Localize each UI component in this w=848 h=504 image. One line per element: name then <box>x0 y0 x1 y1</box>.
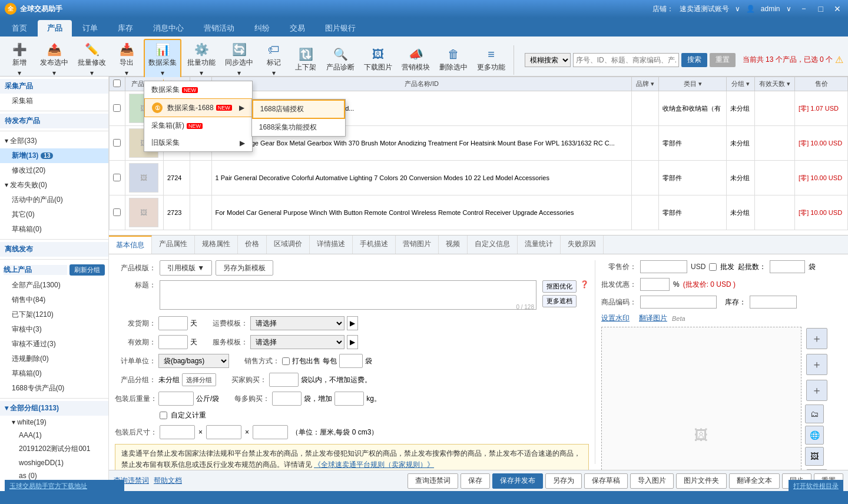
sidebar-others[interactable]: 其它(0) <box>0 207 108 222</box>
watermark-link[interactable]: 设置水印 <box>601 313 630 323</box>
sidebar-modified[interactable]: 修改过(20) <box>0 163 108 178</box>
data-collect-button[interactable]: 📊 数据采集 ▾ <box>144 39 181 81</box>
service-template-action-btn[interactable]: ▶ <box>347 335 358 349</box>
pack-size-l-input[interactable] <box>160 425 195 439</box>
wholesale-checkbox[interactable] <box>709 263 717 271</box>
batch-edit-button[interactable]: ✏️ 批量修改 ▾ <box>74 40 110 79</box>
data-collect-item-box[interactable]: 采集箱(新) NEW <box>144 117 252 134</box>
upload-plus-btn-1[interactable]: ＋ <box>806 328 827 349</box>
publish-selected-button[interactable]: 📤 发布选中 ▾ <box>37 40 72 79</box>
ship-template-select[interactable]: 请选择 <box>250 316 344 330</box>
export-button[interactable]: 📥 导出 ▾ <box>112 40 141 79</box>
data-collect-item-main[interactable]: 数据采集 NEW <box>144 81 252 98</box>
row-checkbox[interactable] <box>110 161 125 195</box>
service-template-select[interactable]: 请选择 <box>250 335 344 349</box>
sidebar-violation-deleted[interactable]: 违规删除(0) <box>0 352 108 366</box>
retail-price-input[interactable] <box>640 260 687 273</box>
optimize-button[interactable]: 抠图优化 <box>542 280 577 293</box>
per-buy-kg-input[interactable] <box>334 392 364 406</box>
sidebar-off-shelf[interactable]: 已下架(1210) <box>0 307 108 322</box>
nav-tab-message[interactable]: 消息中心 <box>144 20 193 37</box>
mark-button[interactable]: 🏷 标记 ▾ <box>259 41 289 79</box>
store-name[interactable]: 速卖通测试账号 <box>680 4 729 14</box>
sidebar-group-white[interactable]: ▾ white(19) <box>0 416 108 429</box>
tab-fail-reason[interactable]: 失败原因 <box>561 236 604 254</box>
select-group-button[interactable]: 选择分组 <box>182 373 216 386</box>
download-img-button[interactable]: 🖼 下载图片 <box>360 45 396 75</box>
translate-all-button[interactable]: 翻译全文本 <box>729 473 780 489</box>
upload-plus-btn-2[interactable]: ＋ <box>806 354 827 375</box>
nav-tab-marketing[interactable]: 营销活动 <box>194 20 244 37</box>
sidebar-reviewing[interactable]: 审核中(3) <box>0 322 108 337</box>
img-folder-icon[interactable]: 🗂 <box>805 404 824 423</box>
more-func-button[interactable]: ≡ 更多功能 <box>473 45 509 75</box>
unit-select[interactable]: 袋(bag/bags) <box>158 354 229 368</box>
notice-link[interactable]: 《全球速卖通平台规则（卖家规则）》 <box>314 460 434 469</box>
add-button[interactable]: ➕ 新增 ▾ <box>5 40 34 79</box>
sku-input[interactable] <box>640 296 717 309</box>
on-off-shelf-button[interactable]: 🔃 上下架 <box>291 45 320 75</box>
sync-button[interactable]: 🔄 同步选中 ▾ <box>221 40 257 79</box>
nav-tab-stock[interactable]: 库存 <box>108 20 143 37</box>
import-img-button[interactable]: 导入图片 <box>630 473 674 489</box>
per-pack-input[interactable] <box>339 354 363 368</box>
pack-size-w-input[interactable] <box>206 425 241 439</box>
pack-size-h-input[interactable] <box>253 425 288 439</box>
minimize-button[interactable]: － <box>797 4 810 14</box>
open-dir-link[interactable]: 打开软件根目录 <box>789 480 843 493</box>
data-collect-item-1688[interactable]: ① 数据采集-1688 NEW ▶ 1688店铺授权 1688采集功能授权 <box>144 98 252 117</box>
sidebar-draft-box[interactable]: 草稿箱(0) <box>0 222 108 237</box>
tab-video[interactable]: 视频 <box>439 236 468 254</box>
maximize-button[interactable]: □ <box>816 4 826 14</box>
img-folder-button[interactable]: 图片文件夹 <box>676 473 727 489</box>
search-type-select[interactable]: 模糊搜索 <box>525 53 571 67</box>
template-select-button[interactable]: 引用模版 ▼ <box>160 260 212 276</box>
row-checkbox[interactable] <box>110 195 125 230</box>
search-button[interactable]: 搜索 <box>681 53 707 67</box>
submenu-authorize[interactable]: 1688店铺授权 <box>252 100 345 119</box>
stock-input[interactable] <box>750 296 797 309</box>
min-qty-input[interactable] <box>770 260 805 273</box>
nav-tab-trade[interactable]: 交易 <box>280 20 314 37</box>
save-as-template-button[interactable]: 另存为新模板 <box>216 260 273 276</box>
sidebar-all-products[interactable]: 全部产品(1300) <box>0 278 108 293</box>
sidebar-all-draft[interactable]: ▾ 全部(33) <box>0 134 108 148</box>
search-input[interactable] <box>573 53 679 67</box>
save-publish-button[interactable]: 保存并发布 <box>492 473 543 489</box>
buyer-buy-input[interactable] <box>269 373 299 387</box>
ship-input[interactable] <box>158 316 188 330</box>
sidebar-active-products[interactable]: 活动中的产品(0) <box>0 193 108 207</box>
admin-name[interactable]: admin <box>761 5 780 13</box>
batch-func-button[interactable]: ⚙️ 批量功能 ▾ <box>184 40 219 79</box>
help-doc-link[interactable]: 帮助文档 <box>154 476 182 486</box>
tab-spec-attr[interactable]: 规格属性 <box>195 236 238 254</box>
tab-basic-info[interactable]: 基本信息 <box>109 236 152 254</box>
save-as-button[interactable]: 另存为 <box>545 473 582 489</box>
sidebar-on-sale[interactable]: 销售中(84) <box>0 293 108 307</box>
reset-search-button[interactable]: 重置 <box>710 53 736 67</box>
query-ban-button[interactable]: 查询违禁词 <box>408 473 458 489</box>
sidebar-group-woshige[interactable]: woshigeDD(1) <box>0 456 108 469</box>
discount-input[interactable] <box>640 278 670 291</box>
tab-marketing-img[interactable]: 营销图片 <box>396 236 439 254</box>
tab-detail-desc[interactable]: 详情描述 <box>310 236 353 254</box>
refresh-group-button[interactable]: 刷新分组 <box>69 264 105 276</box>
nav-tab-order[interactable]: 订单 <box>73 20 107 37</box>
img-globe-icon[interactable]: 🌐 <box>805 426 824 445</box>
sidebar-collect-box[interactable]: 采集箱 <box>0 94 108 108</box>
row-checkbox[interactable] <box>110 91 125 126</box>
row-checkbox[interactable] <box>110 126 125 161</box>
data-collect-item-old[interactable]: 旧版采集 ▶ <box>144 134 252 151</box>
translate-link[interactable]: 翻译图片 <box>639 313 667 323</box>
tab-price[interactable]: 价格 <box>238 236 267 254</box>
sidebar-review-failed[interactable]: 审核不通过(3) <box>0 337 108 352</box>
delete-selected-button[interactable]: 🗑 删除选中 <box>436 45 471 75</box>
nav-tab-product[interactable]: 产品 <box>38 20 72 37</box>
tab-product-attr[interactable]: 产品属性 <box>152 236 195 254</box>
tab-mobile-desc[interactable]: 手机描述 <box>353 236 396 254</box>
per-buy-input[interactable] <box>272 392 302 406</box>
pack-weight-input[interactable] <box>158 392 194 406</box>
title-textarea[interactable] <box>160 280 536 310</box>
sidebar-publish-failed[interactable]: ▾ 发布失败(0) <box>0 178 108 193</box>
tab-region-price[interactable]: 区域调价 <box>267 236 310 254</box>
